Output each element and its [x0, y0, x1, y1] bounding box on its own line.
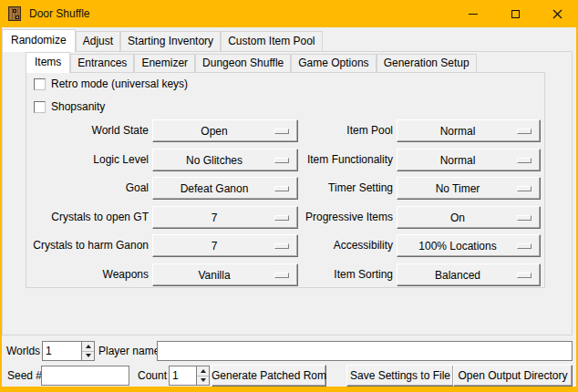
arrow-down-icon: [201, 378, 206, 382]
crystals-open-gt-label: Crystals to open GT: [2, 206, 149, 229]
door-app-icon: [7, 6, 22, 21]
dropdown-value: No Timer: [436, 182, 502, 195]
tab-starting-inventory[interactable]: Starting Inventory: [120, 31, 221, 51]
dropdown-indicator-icon: [517, 215, 532, 221]
item-functionality-dropdown[interactable]: Normal: [397, 149, 541, 171]
dropdown-indicator-icon: [517, 243, 532, 249]
item-functionality-label: Item Functionality: [221, 149, 393, 171]
tab-generation-setup[interactable]: Generation Setup: [377, 54, 477, 72]
close-button[interactable]: [536, 0, 578, 27]
goal-label: Goal: [2, 177, 149, 200]
dropdown-value: On: [450, 211, 487, 224]
door-shuffle-window: Door Shuffle Randomize Adjust Starting I…: [0, 0, 578, 392]
minimize-button[interactable]: [452, 0, 494, 27]
spin-down-button[interactable]: [197, 376, 209, 386]
count-label: Count: [138, 366, 167, 386]
generate-patched-rom-button[interactable]: Generate Patched Rom: [212, 365, 326, 387]
arrow-down-icon: [86, 354, 91, 357]
window-title: Door Shuffle: [29, 0, 90, 27]
item-sorting-dropdown[interactable]: Balanced: [397, 263, 541, 286]
tab-randomize[interactable]: Randomize: [2, 29, 76, 52]
tab-game-options[interactable]: Game Options: [291, 54, 376, 72]
open-output-directory-button[interactable]: Open Output Directory: [453, 365, 573, 387]
shopsanity-label: Shopsanity: [51, 101, 105, 113]
tab-custom-item-pool[interactable]: Custom Item Pool: [221, 31, 322, 51]
timer-setting-dropdown[interactable]: No Timer: [397, 177, 541, 200]
titlebar[interactable]: Door Shuffle: [0, 0, 578, 27]
dropdown-indicator-icon: [517, 273, 532, 278]
retro-mode-label: Retro mode (universal keys): [51, 78, 188, 90]
timer-setting-label: Timer Setting: [221, 177, 393, 200]
progressive-items-dropdown[interactable]: On: [397, 206, 541, 229]
shopsanity-checkbox[interactable]: Shopsanity: [34, 100, 105, 113]
spin-down-button[interactable]: [82, 351, 94, 361]
player-names-label: Player names: [98, 341, 165, 361]
seed-input[interactable]: [41, 366, 129, 386]
checkbox-icon[interactable]: [34, 78, 46, 90]
tab-entrances[interactable]: Entrances: [70, 54, 134, 72]
save-settings-button[interactable]: Save Settings to File: [346, 365, 454, 387]
item-pool-dropdown[interactable]: Normal: [397, 119, 541, 142]
dropdown-value: Normal: [440, 125, 498, 138]
count-spinner[interactable]: [169, 366, 210, 386]
main-tab-bar: Randomize Adjust Starting Inventory Cust…: [2, 29, 323, 52]
worlds-spinner[interactable]: [42, 341, 95, 361]
weapons-label: Weapons: [2, 263, 149, 286]
logic-level-label: Logic Level: [2, 149, 149, 171]
minimize-icon: [469, 14, 478, 15]
retro-mode-checkbox[interactable]: Retro mode (universal keys): [34, 77, 188, 90]
crystals-harm-ganon-label: Crystals to harm Ganon: [2, 234, 149, 257]
checkbox-icon[interactable]: [34, 101, 46, 113]
accessibility-label: Accessibility: [221, 234, 393, 257]
arrow-up-icon: [86, 345, 91, 348]
dropdown-indicator-icon: [517, 129, 532, 134]
maximize-icon: [511, 10, 520, 18]
seed-label: Seed #: [7, 366, 42, 386]
tab-dungeon-shuffle[interactable]: Dungeon Shuffle: [195, 54, 291, 72]
arrow-up-icon: [201, 369, 206, 373]
accessibility-dropdown[interactable]: 100% Locations: [397, 234, 541, 257]
player-names-input[interactable]: [157, 341, 573, 361]
worlds-input[interactable]: [43, 342, 81, 360]
worlds-label: Worlds: [6, 341, 40, 361]
maximize-button[interactable]: [494, 0, 536, 27]
close-icon: [552, 9, 563, 19]
sub-tab-bar: Items Entrances Enemizer Dungeon Shuffle…: [26, 52, 477, 73]
tab-adjust[interactable]: Adjust: [76, 31, 120, 51]
count-input[interactable]: [170, 366, 196, 385]
tab-items[interactable]: Items: [26, 52, 70, 73]
progressive-items-label: Progressive Items: [221, 206, 393, 229]
dropdown-value: 100% Locations: [418, 240, 518, 253]
item-sorting-label: Item Sorting: [221, 263, 393, 286]
dropdown-value: Normal: [440, 154, 498, 167]
window-content: Randomize Adjust Starting Inventory Cust…: [2, 27, 576, 387]
spin-up-button[interactable]: [82, 342, 94, 351]
item-pool-label: Item Pool: [221, 119, 393, 142]
spinner-arrows: [196, 366, 209, 385]
dropdown-indicator-icon: [517, 186, 532, 191]
dropdown-value: Balanced: [435, 269, 502, 282]
spin-up-button[interactable]: [197, 366, 209, 376]
spinner-arrows: [81, 342, 94, 360]
tab-enemizer[interactable]: Enemizer: [134, 54, 195, 72]
world-state-label: World State: [2, 119, 149, 142]
dropdown-indicator-icon: [517, 158, 532, 163]
